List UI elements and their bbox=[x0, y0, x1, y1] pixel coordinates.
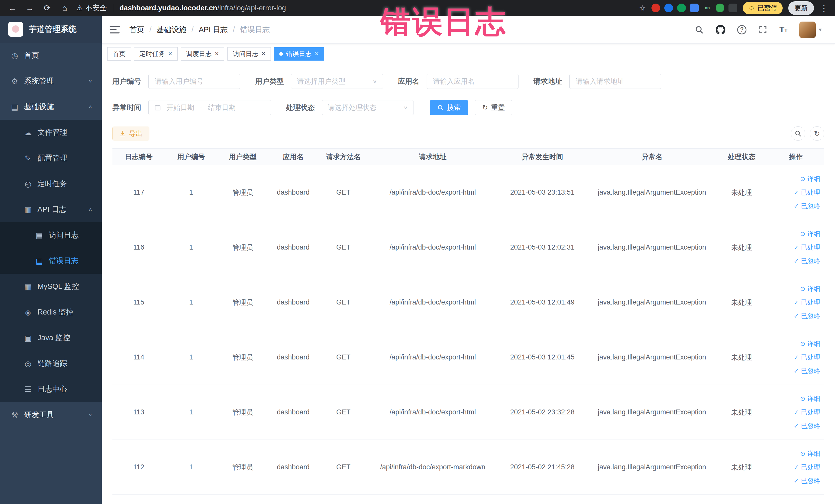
security-chip[interactable]: ⚠ 不安全 bbox=[77, 3, 107, 13]
bookmark-star-icon[interactable]: ☆ bbox=[639, 4, 646, 13]
close-icon[interactable]: × bbox=[215, 50, 219, 57]
sidebar-item-trace[interactable]: ◎链路追踪 bbox=[0, 351, 102, 377]
refresh-icon: ↻ bbox=[482, 104, 488, 112]
help-icon[interactable]: ? bbox=[737, 25, 747, 35]
search-button-label: 搜索 bbox=[447, 103, 461, 112]
ignored-link[interactable]: ✓已忽略 bbox=[770, 309, 820, 323]
processed-link[interactable]: ✓已处理 bbox=[770, 296, 820, 309]
cell-exception-time: 2021-05-03 23:13:51 bbox=[497, 165, 588, 220]
tab-home[interactable]: 首页 bbox=[107, 47, 131, 61]
download-icon bbox=[119, 130, 126, 137]
ignored-link-label: 已忽略 bbox=[801, 477, 820, 484]
cell-exception-name: java.lang.IllegalArgumentException bbox=[588, 165, 716, 220]
user-type-select[interactable]: 请选择用户类型 ∨ bbox=[291, 74, 383, 89]
user-menu[interactable]: ▾ bbox=[799, 22, 822, 38]
detail-link[interactable]: ⊙详细 bbox=[770, 392, 820, 405]
detail-link[interactable]: ⊙详细 bbox=[770, 282, 820, 296]
tab-error-log[interactable]: 错误日志× bbox=[274, 47, 324, 61]
back-icon[interactable]: ← bbox=[7, 3, 18, 13]
sidebar-item-job[interactable]: ◴定时任务 bbox=[0, 171, 102, 197]
home-icon[interactable]: ⌂ bbox=[59, 3, 70, 13]
forward-icon[interactable]: → bbox=[24, 3, 36, 13]
detail-link[interactable]: ⊙详细 bbox=[770, 172, 820, 186]
update-button[interactable]: 更新 bbox=[788, 1, 814, 15]
font-size-icon[interactable]: TT bbox=[779, 25, 788, 35]
extension-blue-grid-icon[interactable] bbox=[690, 4, 699, 12]
extension-green-leaf-icon[interactable] bbox=[716, 4, 725, 12]
search-icon[interactable] bbox=[695, 25, 704, 35]
processed-link[interactable]: ✓已处理 bbox=[770, 241, 820, 254]
ignored-link[interactable]: ✓已忽略 bbox=[770, 254, 820, 268]
search-button[interactable]: 搜索 bbox=[430, 100, 468, 115]
close-icon[interactable]: × bbox=[262, 50, 266, 57]
toggle-search-button[interactable] bbox=[791, 126, 805, 141]
sidebar-item-devtools-label: 研发工具 bbox=[24, 410, 54, 420]
export-button[interactable]: 导出 bbox=[113, 126, 149, 140]
processed-link[interactable]: ✓已处理 bbox=[770, 405, 820, 419]
extension-blue-drop-icon[interactable] bbox=[664, 4, 673, 12]
tab-job-log[interactable]: 调度日志× bbox=[181, 47, 224, 61]
tools-icon: ⚒ bbox=[10, 410, 19, 420]
close-icon[interactable]: × bbox=[168, 50, 172, 57]
export-button-label: 导出 bbox=[129, 129, 142, 138]
extension-on-badge-icon[interactable]: on bbox=[703, 4, 712, 12]
processed-link[interactable]: ✓已处理 bbox=[770, 460, 820, 474]
extension-green-circle-icon[interactable] bbox=[677, 4, 686, 12]
github-icon[interactable] bbox=[716, 25, 726, 35]
chevron-up-icon: ∧ bbox=[88, 207, 93, 212]
ignored-link[interactable]: ✓已忽略 bbox=[770, 199, 820, 213]
url-bar[interactable]: dashboard.yudao.iocoder.cn/infra/log/api… bbox=[119, 4, 286, 12]
sidebar-item-system[interactable]: ⚙系统管理∨ bbox=[0, 68, 102, 94]
tab-access-log-label: 访问日志 bbox=[233, 49, 259, 58]
gear-icon: ⚙ bbox=[10, 77, 19, 86]
breadcrumb-item[interactable]: 首页 bbox=[129, 25, 144, 35]
processed-link[interactable]: ✓已处理 bbox=[770, 186, 820, 199]
cell-exception-name: java.lang.IllegalArgumentException bbox=[588, 220, 716, 275]
sidebar-item-redis[interactable]: ◈Redis 监控 bbox=[0, 299, 102, 325]
user-id-input[interactable] bbox=[148, 74, 240, 89]
menu-dots-icon[interactable]: ⋮ bbox=[820, 3, 828, 13]
processed-link-label: 已处理 bbox=[801, 408, 820, 416]
sidebar-item-java[interactable]: ▣Java 监控 bbox=[0, 325, 102, 351]
cell-request-url: /api/infra/db-doc/export-html bbox=[369, 165, 497, 220]
processed-link[interactable]: ✓已处理 bbox=[770, 350, 820, 364]
sidebar-item-api-log[interactable]: ▥API 日志∧ bbox=[0, 197, 102, 222]
sidebar-item-access-log[interactable]: ▤访问日志 bbox=[0, 222, 102, 248]
exception-time-range[interactable]: 开始日期 - 结束日期 bbox=[148, 100, 271, 115]
sidebar-item-error-log[interactable]: ▤错误日志 bbox=[0, 248, 102, 274]
app-logo[interactable]: 芋道管理系统 bbox=[0, 16, 102, 43]
ignored-link[interactable]: ✓已忽略 bbox=[770, 474, 820, 488]
sidebar-item-infra[interactable]: ▤基础设施∧ bbox=[0, 94, 102, 120]
fullscreen-icon[interactable] bbox=[758, 25, 768, 35]
reset-button[interactable]: ↻ 重置 bbox=[475, 100, 512, 115]
tab-access-log[interactable]: 访问日志× bbox=[227, 47, 271, 61]
detail-link[interactable]: ⊙详细 bbox=[770, 337, 820, 350]
extension-puzzle-icon[interactable] bbox=[729, 4, 737, 12]
paused-badge[interactable]: ☺ 已暂停 bbox=[743, 2, 782, 14]
ignored-link[interactable]: ✓已忽略 bbox=[770, 419, 820, 432]
sidebar-item-devtools[interactable]: ⚒研发工具∨ bbox=[0, 402, 102, 428]
process-status-select[interactable]: 请选择处理状态 ∨ bbox=[322, 100, 414, 115]
hamburger-icon[interactable] bbox=[109, 25, 120, 35]
chevron-down-icon: ∨ bbox=[88, 79, 93, 84]
breadcrumb-item[interactable]: 基础设施 bbox=[157, 25, 186, 35]
sidebar-item-home[interactable]: ◷首页 bbox=[0, 43, 102, 68]
extension-red-circle-icon[interactable] bbox=[651, 4, 660, 12]
sidebar-item-file[interactable]: ☁文件管理 bbox=[0, 120, 102, 145]
tab-scheduled-job[interactable]: 定时任务× bbox=[134, 47, 178, 61]
eye-icon: ⊙ bbox=[800, 450, 805, 457]
detail-link[interactable]: ⊙详细 bbox=[770, 447, 820, 460]
reload-icon[interactable]: ⟳ bbox=[42, 3, 53, 13]
sidebar-item-config[interactable]: ✎配置管理 bbox=[0, 145, 102, 171]
refresh-table-button[interactable]: ↻ bbox=[810, 126, 824, 141]
ignored-link[interactable]: ✓已忽略 bbox=[770, 364, 820, 378]
app-name-input[interactable] bbox=[427, 74, 518, 89]
breadcrumb-item[interactable]: API 日志 bbox=[199, 25, 228, 35]
sidebar-item-log-center[interactable]: ☰日志中心 bbox=[0, 377, 102, 402]
divider bbox=[113, 4, 113, 12]
sidebar-item-mysql[interactable]: ▦MySQL 监控 bbox=[0, 274, 102, 299]
detail-link[interactable]: ⊙详细 bbox=[770, 227, 820, 241]
close-icon[interactable]: × bbox=[315, 50, 319, 57]
user-avatar bbox=[799, 22, 816, 38]
request-url-input[interactable] bbox=[569, 74, 661, 89]
